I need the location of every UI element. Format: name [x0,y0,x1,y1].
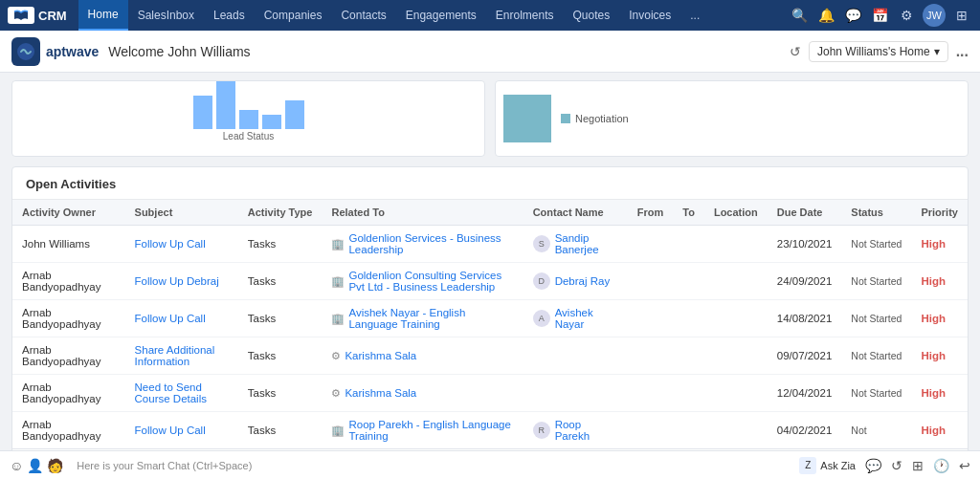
cell-type-1: Tasks [238,263,323,300]
bar-junk-lead [262,115,281,129]
contact-cell-0: S Sandip Banerjee [533,232,618,255]
nav-leads[interactable]: Leads [204,0,255,31]
subject-link-0[interactable]: Follow Up Call [135,238,206,250]
table-row: Arnab Bandyopadhyay Follow Up Debraj Tas… [12,263,968,300]
cell-related-0: 🏢 Goldenlion Services - Business Leaders… [322,226,523,263]
related-to-link-3[interactable]: Karishma Sala [345,350,416,361]
status-badge-5: Not [851,425,866,436]
cell-priority-4: High [911,375,968,412]
crm-logo-text: CRM [38,9,67,23]
nav-enrolments[interactable]: Enrolments [486,0,564,31]
status-badge-0: Not Started [851,238,902,250]
col-contact-name: Contact Name [523,200,628,226]
cell-from-1 [628,263,674,300]
cell-subject-4: Need to Send Course Details [125,375,238,412]
cell-from-2 [628,300,674,337]
bottom-chat-icon[interactable]: 💬 [865,458,881,473]
cell-status-0: Not Started [841,226,911,263]
related-to-link-5[interactable]: Roop Parekh - English Language Training [348,419,513,442]
nav-engagements[interactable]: Engagements [396,0,486,31]
cell-subject-1: Follow Up Debraj [125,263,238,300]
bottom-refresh-icon[interactable]: ↺ [891,458,902,473]
contact-link-5[interactable]: Roop Parekh [555,419,618,442]
cell-status-5: Not [841,412,911,449]
cell-type-4: Tasks [238,375,323,412]
activities-scroll-area[interactable]: Activity Owner Subject Activity Type Rel… [12,200,968,448]
related-icon-4: ⚙ [331,387,341,400]
refresh-button[interactable]: ↺ [790,44,801,59]
negotiation-square [503,95,551,142]
cell-type-3: Tasks [238,337,323,375]
subject-link-5[interactable]: Follow Up Call [135,425,206,436]
cell-priority-2: High [911,300,968,337]
cell-related-3: ⚙ Karishma Sala [322,337,523,375]
contact-cell-1: D Debraj Ray [533,272,618,290]
subject-link-2[interactable]: Follow Up Call [135,313,206,324]
aptwave-svg [15,41,36,62]
priority-4: High [921,387,946,399]
cell-to-4 [673,375,704,412]
calendar-icon[interactable]: 📅 [869,5,890,26]
chevron-down-icon: ▾ [934,45,940,58]
related-to-link-4[interactable]: Karishma Sala [345,387,416,399]
bottom-grid-icon[interactable]: ⊞ [912,458,924,473]
top-navigation: CRM Home SalesInbox Leads Companies Cont… [0,0,980,31]
cell-related-2: 🏢 Avishek Nayar - English Language Train… [322,300,523,337]
priority-5: High [921,425,946,436]
cell-priority-5: High [911,412,968,449]
bell-icon[interactable]: 🔔 [815,5,836,26]
bottom-smiley-icon[interactable]: ☺ [10,458,23,473]
col-priority: Priority [911,200,968,226]
cell-from-4 [628,375,674,412]
bottom-person-icon[interactable]: 👤 [27,458,43,473]
bottom-person2-icon[interactable]: 🧑 [47,458,63,473]
related-icon-2: 🏢 [331,313,345,325]
grid-icon[interactable]: ⊞ [951,5,972,26]
zia-icon: Z [799,457,816,474]
home-selector-dropdown[interactable]: John Williams's Home ▾ [809,41,948,62]
ask-zia-button[interactable]: Z Ask Zia [799,457,856,474]
cell-priority-0: High [911,226,968,263]
user-avatar[interactable]: JW [923,4,946,27]
bar-not-interested [239,110,258,129]
nav-invoices[interactable]: Invoices [619,0,680,31]
cell-related-4: ⚙ Karishma Sala [322,375,523,412]
cell-subject-2: Follow Up Call [125,300,238,337]
col-location: Location [704,200,768,226]
contact-avatar-5: R [533,422,550,439]
nav-quotes[interactable]: Quotes [564,0,620,31]
cell-priority-1: High [911,263,968,300]
subject-link-1[interactable]: Follow Up Debraj [135,275,219,287]
nav-more[interactable]: ... [680,0,709,31]
contact-link-0[interactable]: Sandip Banerjee [555,232,618,255]
cell-due-date-2: 14/08/2021 [768,300,842,337]
bottom-clock-icon[interactable]: 🕐 [933,458,949,473]
nav-salesinbox[interactable]: SalesInbox [128,0,204,31]
search-icon[interactable]: 🔍 [789,5,810,26]
contact-link-2[interactable]: Avishek Nayar [555,307,618,330]
bottom-undo-icon[interactable]: ↩ [959,458,970,473]
col-due-date: Due Date [768,200,842,226]
table-row: John Williams Follow Up Call Tasks 🏢 Gol… [12,226,968,263]
cell-due-date-3: 09/07/2021 [768,337,842,375]
settings-icon[interactable]: ⚙ [896,5,917,26]
related-to-link-2[interactable]: Avishek Nayar - English Language Trainin… [348,307,513,330]
related-to-link-1[interactable]: Goldenlion Consulting Services Pvt Ltd -… [348,270,513,293]
cell-owner-2: Arnab Bandyopadhyay [12,300,125,337]
nav-home[interactable]: Home [78,0,128,31]
nav-contacts[interactable]: Contacts [331,0,395,31]
table-row: Arnab Bandyopadhyay Follow Up Call Tasks… [12,412,968,449]
app-bar-more-button[interactable]: ... [956,43,969,60]
nav-companies[interactable]: Companies [255,0,332,31]
cell-related-5: 🏢 Roop Parekh - English Language Trainin… [322,412,523,449]
cell-owner-5: Arnab Bandyopadhyay [12,412,125,449]
subject-link-3[interactable]: Share Additional Information [135,344,215,367]
contact-link-1[interactable]: Debraj Ray [555,275,611,287]
chat-icon[interactable]: 💬 [842,5,863,26]
priority-2: High [921,313,946,324]
status-badge-4: Not Started [851,387,902,399]
related-to-link-0[interactable]: Goldenlion Services - Business Leadershi… [348,232,513,255]
cell-type-2: Tasks [238,300,323,337]
home-selector-text: John Williams's Home [817,45,930,58]
subject-link-4[interactable]: Need to Send Course Details [135,381,207,404]
